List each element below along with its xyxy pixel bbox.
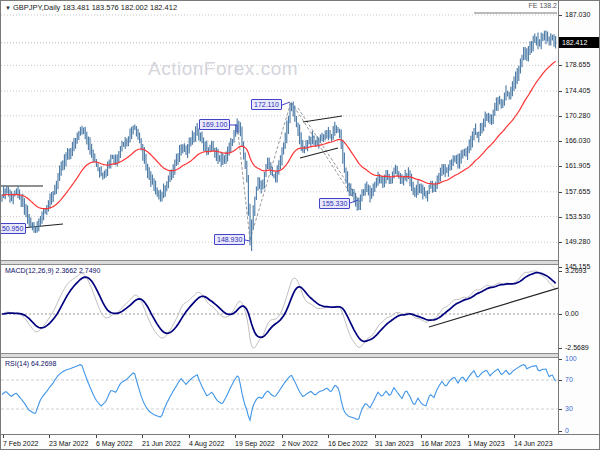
time-axis-label: 16 Dec 2022 bbox=[328, 440, 368, 447]
axis-tick-mark bbox=[559, 65, 562, 66]
price-callout-label: 155.330 bbox=[319, 198, 350, 209]
axis-value-label: 30 bbox=[565, 405, 573, 413]
price-callout-label: 150.950 bbox=[0, 223, 26, 234]
time-axis-label: 19 Sep 2022 bbox=[235, 440, 275, 447]
price-callout-label: 148.930 bbox=[214, 234, 245, 245]
time-tick-mark bbox=[142, 435, 143, 438]
time-tick-mark bbox=[49, 435, 50, 438]
time-tick-mark bbox=[468, 435, 469, 438]
current-price-tag: 182.412 bbox=[559, 37, 600, 48]
axis-tick-mark bbox=[559, 166, 562, 167]
time-axis-label: 1 May 2023 bbox=[468, 440, 505, 447]
symbol-name: GBPJPY,Daily bbox=[13, 3, 60, 12]
axis-value-label: 153.530 bbox=[565, 213, 590, 221]
symbol-dropdown-icon[interactable]: ▼ bbox=[5, 5, 11, 11]
axis-tick-mark bbox=[559, 271, 562, 272]
axis-tick-mark bbox=[559, 217, 562, 218]
time-axis-label: 4 Aug 2022 bbox=[189, 440, 224, 447]
axis-value-label: 3.2693 bbox=[565, 267, 586, 275]
axis-tick-mark bbox=[559, 141, 562, 142]
time-axis-label: 2 Nov 2022 bbox=[282, 440, 318, 447]
axis-value-label: 70 bbox=[565, 376, 573, 384]
axis-tick-mark bbox=[559, 380, 562, 381]
time-tick-mark bbox=[328, 435, 329, 438]
axis-tick-mark bbox=[559, 431, 562, 432]
axis-tick-mark bbox=[559, 192, 562, 193]
axis-tick-mark bbox=[559, 314, 562, 315]
axis-value-label: 157.655 bbox=[565, 188, 590, 196]
axis-value-label: 166.030 bbox=[565, 137, 590, 145]
axis-tick-mark bbox=[559, 116, 562, 117]
ohlc-values: 183.481 183.576 182.002 182.412 bbox=[62, 3, 177, 12]
time-axis-label: 16 Mar 2023 bbox=[421, 440, 460, 447]
time-axis-label: 21 Jun 2022 bbox=[142, 440, 181, 447]
time-axis-label: 23 Mar 2022 bbox=[49, 440, 88, 447]
axis-tick-mark bbox=[559, 15, 562, 16]
time-tick-mark bbox=[189, 435, 190, 438]
price-callout-label: 172.110 bbox=[251, 99, 282, 110]
axis-value-label: -2.5689 bbox=[565, 344, 589, 352]
time-tick-mark bbox=[514, 435, 515, 438]
axis-tick-mark bbox=[559, 409, 562, 410]
axis-value-label: 0.00 bbox=[565, 310, 579, 318]
axis-tick-mark bbox=[559, 242, 562, 243]
axis-tick-mark bbox=[559, 359, 562, 360]
axis-value-label: 161.905 bbox=[565, 162, 590, 170]
time-tick-mark bbox=[235, 435, 236, 438]
chart-title: ▼GBPJPY,Daily 183.481 183.576 182.002 18… bbox=[5, 3, 177, 12]
fib-expansion-label: FE 138.2 bbox=[481, 2, 557, 9]
time-tick-mark bbox=[375, 435, 376, 438]
time-tick-mark bbox=[421, 435, 422, 438]
axis-value-label: 178.655 bbox=[565, 61, 590, 69]
axis-value-label: 149.280 bbox=[565, 238, 590, 246]
time-tick-mark bbox=[3, 435, 4, 438]
axis-tick-mark bbox=[559, 267, 562, 268]
axis-value-label: 100 bbox=[565, 355, 577, 363]
rsi-indicator-label: RSI(14) 64.2698 bbox=[5, 360, 56, 367]
macd-chart-canvas[interactable] bbox=[1, 265, 558, 353]
time-axis-label: 6 May 2022 bbox=[96, 440, 133, 447]
time-tick-mark bbox=[282, 435, 283, 438]
axis-tick-mark bbox=[559, 348, 562, 349]
axis-value-label: 174.405 bbox=[565, 87, 590, 95]
price-chart-canvas[interactable] bbox=[1, 1, 558, 260]
time-axis-label: 14 Jun 2023 bbox=[514, 440, 553, 447]
price-callout-label: 169.100 bbox=[199, 119, 230, 130]
axis-value-label: 170.280 bbox=[565, 112, 590, 120]
watermark: ActionForex.com bbox=[148, 58, 298, 80]
time-axis[interactable]: 7 Feb 202223 Mar 20226 May 202221 Jun 20… bbox=[1, 434, 600, 450]
price-axis[interactable]: 187.030178.655174.405170.280166.030161.9… bbox=[558, 1, 600, 434]
chart-window: ▼GBPJPY,Daily 183.481 183.576 182.002 18… bbox=[0, 0, 600, 450]
axis-tick-mark bbox=[559, 91, 562, 92]
axis-value-label: 187.030 bbox=[565, 11, 590, 19]
time-axis-label: 31 Jan 2023 bbox=[375, 440, 414, 447]
rsi-chart-canvas[interactable] bbox=[1, 358, 558, 434]
macd-indicator-label: MACD(12,26,9) 2.3662 2.7490 bbox=[5, 267, 100, 274]
time-axis-label: 7 Feb 2022 bbox=[3, 440, 38, 447]
time-tick-mark bbox=[96, 435, 97, 438]
